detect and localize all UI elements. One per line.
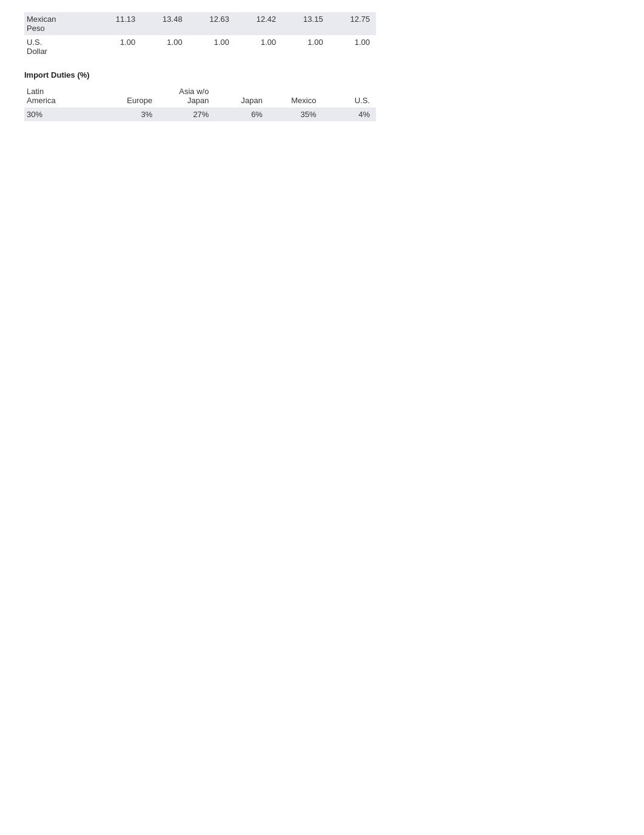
- header-col6: U.S.: [322, 84, 376, 107]
- header-col4: Japan: [215, 84, 269, 107]
- currency-label: U.S. Dollar: [24, 35, 95, 58]
- rate-col4: 1.00: [235, 35, 282, 58]
- table-row: U.S. Dollar1.001.001.001.001.001.00: [24, 35, 376, 58]
- rate-col5: 1.00: [282, 35, 329, 58]
- import-duties-section: Import Duties (%) Latin AmericaEuropeAsi…: [24, 70, 620, 121]
- rate-col3: 1.00: [189, 35, 235, 58]
- import-duties-title: Import Duties (%): [24, 70, 620, 79]
- table-row: Mexican Peso11.1313.4812.6312.4213.1512.…: [24, 12, 376, 35]
- table-row: 30%3%27%6%35%4%: [24, 107, 376, 121]
- rate-col6: 1.00: [329, 35, 376, 58]
- rate-col5: 13.15: [282, 12, 329, 35]
- import-duties-table: Latin AmericaEuropeAsia w/o JapanJapanMe…: [24, 84, 376, 121]
- rate-col1: 1.00: [95, 35, 141, 58]
- duty-col5: 35%: [269, 107, 323, 121]
- exchange-rate-table: Mexican Peso11.1313.4812.6312.4213.1512.…: [24, 12, 376, 58]
- header-col3: Asia w/o Japan: [158, 84, 215, 107]
- rate-col3: 12.63: [189, 12, 235, 35]
- header-col1: Latin America: [24, 84, 105, 107]
- table-header-row: Latin AmericaEuropeAsia w/o JapanJapanMe…: [24, 84, 376, 107]
- exchange-rate-section: Mexican Peso11.1313.4812.6312.4213.1512.…: [24, 12, 620, 58]
- rate-col1: 11.13: [95, 12, 141, 35]
- rate-col4: 12.42: [235, 12, 282, 35]
- duty-col2: 3%: [105, 107, 159, 121]
- header-col5: Mexico: [269, 84, 323, 107]
- rate-col2: 1.00: [141, 35, 188, 58]
- duty-col6: 4%: [322, 107, 376, 121]
- rate-col2: 13.48: [141, 12, 188, 35]
- duty-col4: 6%: [215, 107, 269, 121]
- duty-col1: 30%: [24, 107, 105, 121]
- currency-label: Mexican Peso: [24, 12, 95, 35]
- duty-col3: 27%: [158, 107, 215, 121]
- rate-col6: 12.75: [329, 12, 376, 35]
- header-col2: Europe: [105, 84, 159, 107]
